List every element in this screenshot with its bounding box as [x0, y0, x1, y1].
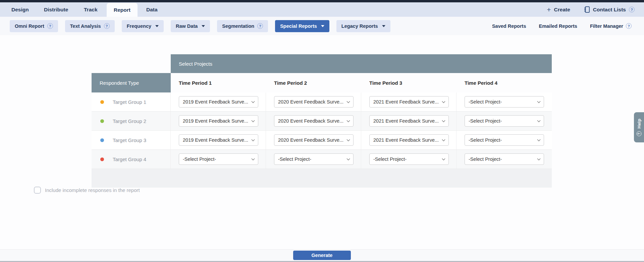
contact-lists-button[interactable]: Contact Lists ? — [584, 6, 635, 13]
target-group-label: Target Group 4 — [113, 156, 146, 162]
caret-down-icon — [155, 25, 159, 27]
special-reports-dropdown-button[interactable]: Special Reports — [275, 20, 329, 32]
table-footer-strip — [92, 169, 552, 188]
chevron-down-icon — [252, 138, 255, 141]
nav-tab-distribute[interactable]: Distribute — [44, 2, 68, 17]
include-incomplete-option: Include incomplete responses in the repo… — [34, 187, 140, 194]
legacy-reports-label: Legacy Reports — [341, 23, 378, 29]
chevron-down-icon — [442, 100, 445, 103]
chevron-down-icon — [537, 100, 541, 103]
nav-tab-design[interactable]: Design — [11, 2, 29, 17]
group-color-dot — [100, 138, 104, 142]
omni-report-label: Omni Report — [15, 23, 44, 29]
contact-lists-label: Contact Lists — [593, 7, 626, 13]
nav-tab-report[interactable]: Report — [107, 3, 138, 17]
table-row: Target Group 1 2019 Event Feedback Surve… — [92, 92, 552, 112]
chevron-down-icon — [252, 100, 255, 103]
filter-manager-label: Filter Manager — [590, 23, 623, 29]
caret-down-icon — [321, 25, 324, 27]
chevron-down-icon — [442, 157, 445, 160]
table-header-row: Respondent Type Time Period 1 Time Perio… — [92, 73, 552, 92]
chevron-down-icon — [442, 119, 445, 122]
emailed-reports-link[interactable]: Emailed Reports — [539, 23, 577, 29]
omni-report-button[interactable]: Omni Report ? — [10, 20, 58, 32]
bottom-action-bar: Generate — [0, 249, 644, 261]
column-header-time-period-3: Time Period 3 — [361, 73, 457, 92]
generate-button[interactable]: Generate — [293, 251, 351, 260]
target-group-label: Target Group 3 — [113, 137, 146, 143]
legacy-reports-dropdown-button[interactable]: Legacy Reports — [336, 20, 390, 32]
select-projects-header: Select Projects — [171, 54, 552, 73]
project-select-row4-period4[interactable]: -Select Project- — [465, 153, 544, 165]
project-select-row3-period1[interactable]: 2019 Event Feedback Surve... — [179, 134, 258, 146]
project-select-row2-period2[interactable]: 2020 Event Feedback Surve... — [274, 115, 354, 127]
frequency-dropdown-button[interactable]: Frequency — [122, 20, 164, 32]
chevron-down-icon — [347, 138, 350, 141]
main-navbar: Design Distribute Track Report Data + Cr… — [0, 2, 644, 17]
segmentation-button[interactable]: Segmentation ? — [217, 20, 268, 32]
group-color-dot — [100, 100, 104, 104]
frequency-label: Frequency — [127, 23, 151, 29]
segmentation-label: Segmentation — [222, 23, 254, 29]
respondent-type-cell: Target Group 1 — [92, 92, 171, 111]
special-reports-label: Special Reports — [280, 23, 317, 29]
column-header-time-period-1: Time Period 1 — [171, 73, 266, 92]
raw-data-label: Raw Data — [176, 23, 198, 29]
raw-data-dropdown-button[interactable]: Raw Data — [171, 20, 210, 32]
project-select-row2-period1[interactable]: 2019 Event Feedback Surve... — [179, 115, 258, 127]
chevron-down-icon — [537, 138, 541, 141]
chevron-down-icon — [347, 119, 350, 122]
include-incomplete-label: Include incomplete responses in the repo… — [45, 187, 140, 193]
caret-down-icon — [382, 25, 385, 27]
table-row: Target Group 2 2019 Event Feedback Surve… — [92, 112, 552, 131]
project-select-row2-period3[interactable]: 2021 Event Feedback Surve... — [369, 115, 449, 127]
project-select-row4-period1[interactable]: -Select Project- — [179, 153, 258, 165]
column-header-time-period-2: Time Period 2 — [266, 73, 361, 92]
omni-report-help-icon[interactable]: ? — [47, 23, 53, 29]
group-color-dot — [100, 119, 104, 123]
project-select-row1-period2[interactable]: 2020 Event Feedback Surve... — [274, 96, 354, 108]
respondent-type-cell: Target Group 3 — [92, 131, 171, 149]
table-row: Target Group 3 2019 Event Feedback Surve… — [92, 131, 552, 150]
respondent-type-cell: Target Group 4 — [92, 150, 171, 169]
segmentation-help-icon[interactable]: ? — [257, 23, 263, 29]
project-select-row3-period4[interactable]: -Select Project- — [465, 134, 544, 146]
create-button[interactable]: + Create — [547, 6, 570, 13]
text-analysis-help-icon[interactable]: ? — [104, 23, 110, 29]
nav-tab-data[interactable]: Data — [146, 2, 158, 17]
include-incomplete-checkbox[interactable] — [34, 187, 41, 194]
notebook-icon — [584, 6, 590, 13]
chevron-down-icon — [252, 157, 255, 160]
window-top-edge — [0, 0, 644, 2]
project-select-row4-period2[interactable]: -Select Project- — [274, 153, 354, 165]
help-label: Help — [637, 119, 642, 128]
target-group-label: Target Group 2 — [113, 118, 146, 124]
contact-lists-help-icon[interactable]: ? — [629, 7, 635, 12]
project-select-row1-period4[interactable]: -Select Project- — [465, 96, 544, 108]
toolbar-links: Saved Reports Emailed Reports Filter Man… — [492, 23, 644, 29]
project-select-row3-period2[interactable]: 2020 Event Feedback Surve... — [274, 134, 354, 146]
nav-tab-track[interactable]: Track — [84, 2, 98, 17]
column-header-time-period-4: Time Period 4 — [457, 73, 552, 92]
project-select-row1-period3[interactable]: 2021 Event Feedback Surve... — [369, 96, 449, 108]
respondent-type-header: Respondent Type — [92, 73, 171, 92]
project-select-row1-period1[interactable]: 2019 Event Feedback Surve... — [179, 96, 258, 108]
project-select-row4-period3[interactable]: -Select Project- — [369, 153, 449, 165]
filter-manager-help-icon[interactable]: ? — [626, 23, 632, 29]
chevron-down-icon — [347, 157, 350, 160]
help-tab[interactable]: ? Help — [634, 112, 644, 142]
chevron-down-icon — [537, 157, 541, 160]
chevron-down-icon — [347, 100, 350, 103]
text-analysis-button[interactable]: Text Analysis ? — [65, 20, 115, 32]
help-question-icon: ? — [637, 131, 642, 136]
saved-reports-link[interactable]: Saved Reports — [492, 23, 526, 29]
plus-icon: + — [547, 6, 551, 13]
target-group-label: Target Group 1 — [113, 99, 146, 105]
respondent-type-cell: Target Group 2 — [92, 112, 171, 130]
project-select-row2-period4[interactable]: -Select Project- — [465, 115, 544, 127]
text-analysis-label: Text Analysis — [70, 23, 101, 29]
project-select-row3-period3[interactable]: 2021 Event Feedback Surve... — [369, 134, 449, 146]
filter-manager-link[interactable]: Filter Manager ? — [590, 23, 632, 29]
chevron-down-icon — [442, 138, 445, 141]
table-row: Target Group 4 -Select Project- -Select … — [92, 150, 552, 169]
